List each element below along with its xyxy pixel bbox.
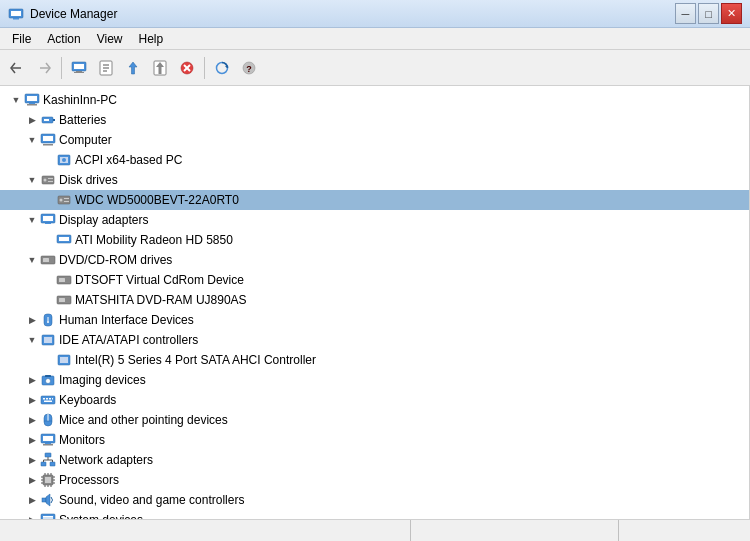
back-button[interactable] — [4, 55, 30, 81]
dtsoft-label: DTSOFT Virtual CdRom Device — [75, 273, 244, 287]
dtsoft-icon — [56, 272, 72, 288]
svg-rect-77 — [50, 462, 55, 466]
expand-icon-processors[interactable]: ▶ — [24, 472, 40, 488]
ati-label: ATI Mobility Radeon HD 5850 — [75, 233, 233, 247]
expand-icon-monitors[interactable]: ▶ — [24, 432, 40, 448]
svg-rect-65 — [49, 398, 51, 400]
svg-rect-45 — [59, 237, 69, 241]
status-pane-3 — [619, 520, 746, 541]
minimize-button[interactable]: ─ — [675, 3, 696, 24]
tree-item-intel[interactable]: ▶ Intel(R) 5 Series 4 Port SATA AHCI Con… — [0, 350, 749, 370]
svg-point-34 — [44, 179, 47, 182]
acpi-label: ACPI x64-based PC — [75, 153, 182, 167]
expand-icon-imaging[interactable]: ▶ — [24, 372, 40, 388]
tree-item-sound[interactable]: ▶ Sound, video and game controllers — [0, 490, 749, 510]
svg-rect-1 — [11, 11, 21, 16]
expand-icon-computer[interactable]: ▼ — [24, 132, 40, 148]
svg-rect-35 — [48, 178, 53, 179]
tree-item-ati[interactable]: ▶ ATI Mobility Radeon HD 5850 — [0, 230, 749, 250]
ide-icon — [40, 332, 56, 348]
svg-rect-74 — [43, 444, 53, 446]
tree-item-processors[interactable]: ▶ Proces — [0, 470, 749, 490]
main-content: ▼ KashinInn-PC ▶ B — [0, 86, 750, 519]
tree-item-system[interactable]: ▶ System devices — [0, 510, 749, 519]
tree-item-root[interactable]: ▼ KashinInn-PC — [0, 90, 749, 110]
svg-rect-42 — [43, 216, 53, 221]
imaging-label: Imaging devices — [59, 373, 146, 387]
expand-icon-dvd[interactable]: ▼ — [24, 252, 40, 268]
menu-view[interactable]: View — [89, 30, 131, 48]
svg-rect-75 — [45, 453, 51, 457]
keyboards-label: Keyboards — [59, 393, 116, 407]
expand-icon-mice[interactable]: ▶ — [24, 412, 40, 428]
batteries-label: Batteries — [59, 113, 106, 127]
svg-rect-40 — [64, 201, 69, 202]
expand-icon-hid[interactable]: ▶ — [24, 312, 40, 328]
system-icon — [40, 512, 56, 519]
svg-rect-72 — [43, 436, 53, 441]
expand-icon-disk[interactable]: ▼ — [24, 172, 40, 188]
tree-item-batteries[interactable]: ▶ Batteries — [0, 110, 749, 130]
scan-hardware-button[interactable] — [209, 55, 235, 81]
tree-item-hid[interactable]: ▶ Human Interface Devices — [0, 310, 749, 330]
menu-bar: File Action View Help — [0, 28, 750, 50]
expand-icon-network[interactable]: ▶ — [24, 452, 40, 468]
menu-help[interactable]: Help — [131, 30, 172, 48]
tree-item-dvd[interactable]: ▼ DVD/CD-ROM drives — [0, 250, 749, 270]
expand-icon-sound[interactable]: ▶ — [24, 492, 40, 508]
svg-rect-23 — [27, 104, 37, 106]
network-icon — [40, 452, 56, 468]
tree-item-keyboards[interactable]: ▶ Keyboards — [0, 390, 749, 410]
svg-rect-58 — [60, 357, 68, 363]
disable-button[interactable] — [147, 55, 173, 81]
maximize-button[interactable]: □ — [698, 3, 719, 24]
tree-item-wdc[interactable]: ▶ WDC WD5000BEVT-22A0RT0 — [0, 190, 749, 210]
expand-icon-keyboards[interactable]: ▶ — [24, 392, 40, 408]
device-tree[interactable]: ▼ KashinInn-PC ▶ B — [0, 86, 750, 519]
tree-item-mice[interactable]: ▶ Mice and other pointing devices — [0, 410, 749, 430]
expand-icon-ide[interactable]: ▼ — [24, 332, 40, 348]
svg-rect-22 — [29, 103, 35, 104]
forward-button[interactable] — [31, 55, 57, 81]
tree-item-acpi[interactable]: ▶ ACPI x64-based PC — [0, 150, 749, 170]
tree-item-monitors[interactable]: ▶ Monitors — [0, 430, 749, 450]
svg-rect-21 — [27, 96, 37, 101]
tree-item-dtsoft[interactable]: ▶ DTSOFT Virtual CdRom Device — [0, 270, 749, 290]
intel-icon — [56, 352, 72, 368]
expand-icon-root[interactable]: ▼ — [8, 92, 24, 108]
help-button[interactable]: ? — [236, 55, 262, 81]
matshita-label: MATSHITA DVD-RAM UJ890AS — [75, 293, 247, 307]
svg-rect-39 — [64, 198, 69, 199]
show-desktop-button[interactable] — [66, 55, 92, 81]
tree-item-ide[interactable]: ▼ IDE ATA/ATAPI controllers — [0, 330, 749, 350]
batteries-icon — [40, 112, 56, 128]
window-controls: ─ □ ✕ — [675, 3, 742, 24]
monitors-icon — [40, 432, 56, 448]
close-button[interactable]: ✕ — [721, 3, 742, 24]
menu-file[interactable]: File — [4, 30, 39, 48]
svg-rect-83 — [45, 477, 51, 483]
tree-item-computer[interactable]: ▼ Computer — [0, 130, 749, 150]
tree-item-display[interactable]: ▼ Display adapters — [0, 210, 749, 230]
tree-item-imaging[interactable]: ▶ Imaging devices — [0, 370, 749, 390]
disk-drives-label: Disk drives — [59, 173, 118, 187]
update-driver-button[interactable] — [120, 55, 146, 81]
uninstall-button[interactable] — [174, 55, 200, 81]
expand-icon-display[interactable]: ▼ — [24, 212, 40, 228]
expand-icon-system[interactable]: ▶ — [24, 512, 40, 519]
disk-drives-icon — [40, 172, 56, 188]
svg-rect-64 — [46, 398, 48, 400]
tree-item-matshita[interactable]: ▶ MATSHITA DVD-RAM UJ890AS — [0, 290, 749, 310]
expand-icon-batteries[interactable]: ▶ — [24, 112, 40, 128]
root-label: KashinInn-PC — [43, 93, 117, 107]
svg-rect-2 — [13, 18, 19, 20]
tree-item-network[interactable]: ▶ Network adapters — [0, 450, 749, 470]
menu-action[interactable]: Action — [39, 30, 88, 48]
computer-label: Computer — [59, 133, 112, 147]
svg-text:?: ? — [246, 64, 252, 74]
tree-item-disk[interactable]: ▼ Disk drives — [0, 170, 749, 190]
svg-rect-8 — [74, 72, 84, 73]
properties-button[interactable] — [93, 55, 119, 81]
svg-rect-67 — [44, 401, 52, 403]
monitors-label: Monitors — [59, 433, 105, 447]
